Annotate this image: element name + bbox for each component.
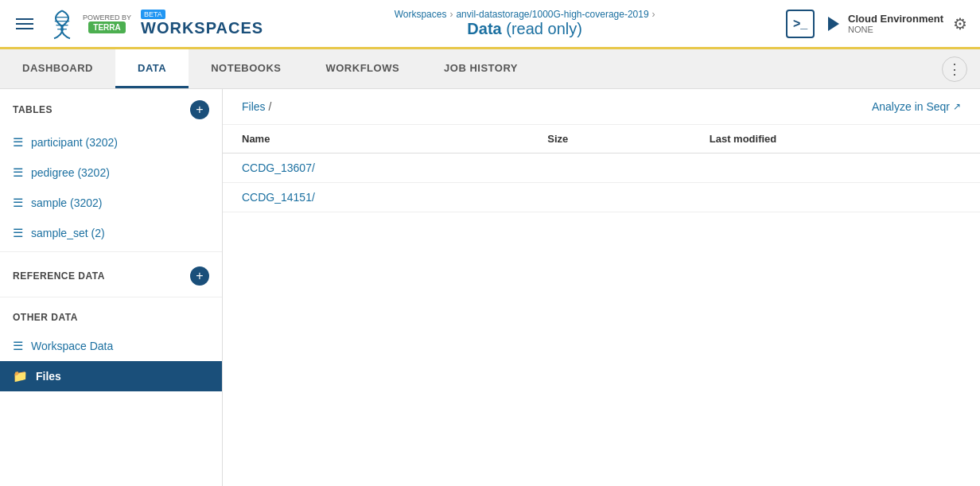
add-reference-data-button[interactable]: + <box>190 266 209 286</box>
analyze-in-seqr-link[interactable]: Analyze in Seqr ↗ <box>872 100 961 113</box>
cloud-env-status: NONE <box>848 25 943 34</box>
sidebar-item-workspace-data[interactable]: ☰ Workspace Data <box>0 331 222 361</box>
app-title-area: BETA WORKSPACES <box>141 10 263 37</box>
sidebar-item-label-workspace-data: Workspace Data <box>31 340 113 352</box>
sidebar-item-sample-set[interactable]: ☰ sample_set (2) <box>0 218 222 248</box>
tab-notebooks[interactable]: NOTEBOOKS <box>189 49 303 88</box>
page-subtitle: Data (read only) <box>467 20 582 38</box>
tab-data[interactable]: DATA <box>115 49 189 88</box>
dna-logo <box>46 8 78 40</box>
files-breadcrumb-link[interactable]: Files <box>242 100 266 113</box>
tab-workflows[interactable]: WORKFLOWS <box>303 49 422 88</box>
table-icon-sample-set: ☰ <box>13 226 23 240</box>
sidebar-item-label-files: Files <box>36 370 61 383</box>
terminal-button[interactable]: >_ <box>786 10 815 38</box>
reference-data-section-header: REFERENCE DATA + <box>0 255 222 294</box>
main-layout: TABLES + ☰ participant (3202) ☰ pedigree… <box>0 89 980 486</box>
file-modified-cell-0 <box>690 154 980 183</box>
sidebar-item-label-pedigree: pedigree (3202) <box>31 166 110 179</box>
workspace-name-breadcrumb[interactable]: anvil-datastorage/1000G-high-coverage-20… <box>456 9 648 20</box>
files-table-header-row: Name Size Last modified <box>223 125 980 154</box>
sidebar: TABLES + ☰ participant (3202) ☰ pedigree… <box>0 89 223 486</box>
terra-badge: TERRA <box>88 21 125 33</box>
files-header: Files / Analyze in Seqr ↗ <box>223 89 980 125</box>
file-size-cell-0 <box>528 154 690 183</box>
logo-area: POWERED BY TERRA <box>46 8 131 40</box>
col-header-name: Name <box>223 125 528 154</box>
tabs-spacer <box>540 49 942 88</box>
page-title: Data <box>467 20 501 37</box>
files-breadcrumb-sep: / <box>269 100 272 113</box>
workspace-data-icon: ☰ <box>13 339 23 353</box>
file-name-cell: CCDG_13607/ <box>223 154 528 183</box>
nav-tabs: DASHBOARD DATA NOTEBOOKS WORKFLOWS JOB H… <box>0 49 980 89</box>
settings-icon[interactable]: ⚙ <box>953 14 967 33</box>
sidebar-item-sample[interactable]: ☰ sample (3202) <box>0 188 222 218</box>
tables-section-title: TABLES <box>13 104 52 115</box>
col-header-size: Size <box>528 125 690 154</box>
more-options-button[interactable]: ⋮ <box>942 56 967 82</box>
sidebar-item-label-sample: sample (3202) <box>31 196 103 209</box>
powered-by-area: POWERED BY TERRA <box>83 14 131 33</box>
other-data-section-title: OTHER DATA <box>13 312 78 323</box>
cloud-env-text: Cloud Environment NONE <box>848 13 943 34</box>
reference-data-section-title: REFERENCE DATA <box>13 270 105 282</box>
workspaces-label: WORKSPACES <box>141 19 263 37</box>
other-data-section-header: OTHER DATA <box>0 301 222 331</box>
sidebar-item-files[interactable]: 📁 Files <box>0 361 222 391</box>
files-table: Name Size Last modified CCDG_13607/ CCDG… <box>223 125 980 212</box>
table-icon-participant: ☰ <box>13 135 23 150</box>
header-actions: >_ Cloud Environment NONE ⚙ <box>786 10 967 38</box>
sidebar-divider-2 <box>0 297 222 297</box>
cloud-environment[interactable]: Cloud Environment NONE <box>824 13 943 34</box>
col-header-last-modified: Last modified <box>690 125 980 154</box>
breadcrumb-sep2: › <box>652 9 655 20</box>
tables-section-header: TABLES + <box>0 89 222 127</box>
more-icon: ⋮ <box>947 60 962 78</box>
play-icon <box>824 14 843 33</box>
analyze-label: Analyze in Seqr <box>872 100 950 113</box>
table-row: CCDG_13607/ <box>223 154 980 183</box>
files-icon: 📁 <box>13 369 28 383</box>
file-link-ccdg14151[interactable]: CCDG_14151/ <box>242 191 315 204</box>
content-area: Files / Analyze in Seqr ↗ Name Size Last… <box>223 89 980 486</box>
sidebar-divider-1 <box>0 251 222 252</box>
sidebar-item-label-participant: participant (3202) <box>31 136 118 149</box>
top-header: POWERED BY TERRA BETA WORKSPACES Workspa… <box>0 0 980 49</box>
sidebar-item-participant[interactable]: ☰ participant (3202) <box>0 127 222 157</box>
breadcrumb-nav: Workspaces › anvil-datastorage/1000G-hig… <box>395 9 655 20</box>
table-icon-sample: ☰ <box>13 196 23 210</box>
file-link-ccdg13607[interactable]: CCDG_13607/ <box>242 161 315 174</box>
cloud-env-label: Cloud Environment <box>848 13 943 25</box>
svg-marker-4 <box>828 17 839 31</box>
powered-by-text: POWERED BY <box>83 14 131 21</box>
sidebar-item-label-sample-set: sample_set (2) <box>31 227 105 239</box>
table-row: CCDG_14151/ <box>223 183 980 212</box>
hamburger-menu[interactable] <box>13 15 37 33</box>
files-table-head: Name Size Last modified <box>223 125 980 154</box>
file-name-cell: CCDG_14151/ <box>223 183 528 212</box>
tab-job-history[interactable]: JOB HISTORY <box>422 49 540 88</box>
sidebar-item-pedigree[interactable]: ☰ pedigree (3202) <box>0 157 222 188</box>
workspaces-breadcrumb-link[interactable]: Workspaces <box>395 9 447 20</box>
file-size-cell-1 <box>528 183 690 212</box>
add-table-button[interactable]: + <box>190 100 209 119</box>
tab-dashboard[interactable]: DASHBOARD <box>0 49 115 88</box>
page-readonly: (read only) <box>506 20 582 37</box>
breadcrumb-sep1: › <box>449 9 453 20</box>
breadcrumb-area: Workspaces › anvil-datastorage/1000G-hig… <box>273 9 776 38</box>
terminal-icon: >_ <box>793 17 807 31</box>
file-modified-cell-1 <box>690 183 980 212</box>
table-icon-pedigree: ☰ <box>13 165 23 180</box>
beta-badge: BETA <box>141 10 165 19</box>
external-link-icon: ↗ <box>953 101 961 112</box>
files-breadcrumb: Files / <box>242 100 271 113</box>
files-table-body: CCDG_13607/ CCDG_14151/ <box>223 154 980 212</box>
